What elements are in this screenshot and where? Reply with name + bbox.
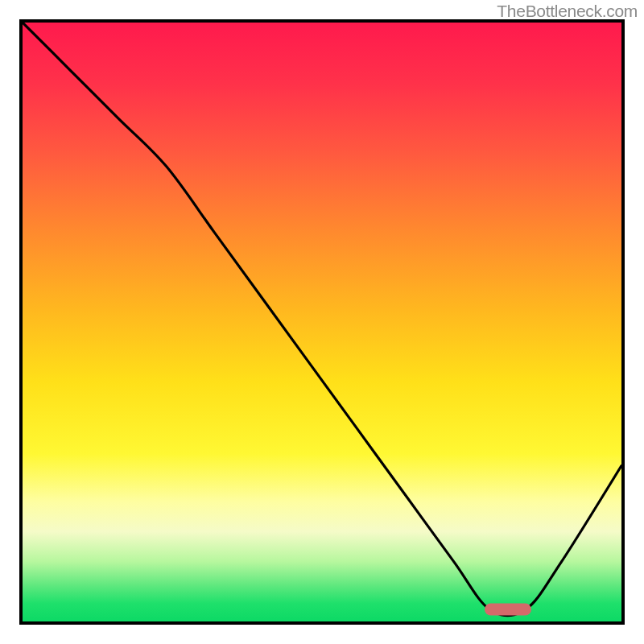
plot-area [19,19,625,625]
bottleneck-curve [23,23,621,621]
chart-frame: TheBottleneck.com [0,0,644,644]
optimal-range-marker [485,604,531,616]
watermark-text: TheBottleneck.com [497,2,638,21]
